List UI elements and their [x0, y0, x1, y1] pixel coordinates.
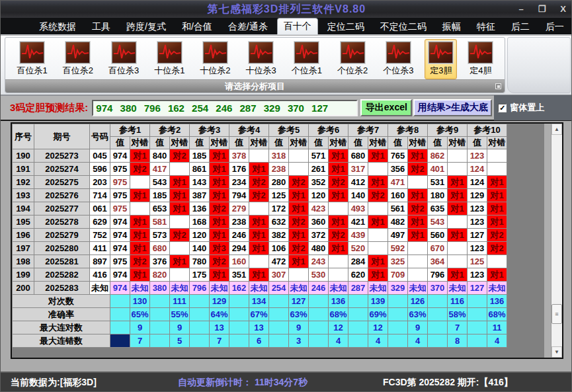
summary-value-cell[interactable]: 116 — [448, 295, 468, 308]
cell-ref-value[interactable]: 531 — [428, 176, 448, 189]
cell-ref-result[interactable] — [368, 229, 388, 242]
cell-ref-value[interactable]: 974 — [110, 282, 130, 295]
summary-empty-cell[interactable] — [269, 308, 289, 321]
cell-ref-result[interactable]: 对1 — [368, 149, 388, 163]
cell-ref-value[interactable]: 136 — [190, 202, 210, 216]
cell-ref-result[interactable]: 未知 — [408, 282, 428, 295]
cell-ref-result[interactable] — [368, 163, 388, 176]
cell-ref-value[interactable]: 975 — [110, 189, 130, 202]
cell-ref-result[interactable]: 对1 — [448, 229, 468, 242]
summary-value-cell[interactable]: 9 — [170, 321, 190, 334]
cell-ref-result[interactable]: 对2 — [170, 149, 190, 163]
cell-ref-value[interactable]: 364 — [428, 255, 448, 268]
cell-ref-result[interactable]: 对1 — [210, 149, 229, 163]
summary-value-cell[interactable]: 7 — [210, 334, 229, 348]
cell-ref-value[interactable]: 680 — [150, 242, 170, 255]
cell-ref-value[interactable]: 317 — [348, 163, 368, 176]
cell-ref-value[interactable]: 472 — [269, 255, 289, 268]
summary-value-cell[interactable]: 4 — [329, 334, 348, 348]
cell-ref-result[interactable] — [170, 216, 190, 229]
cell-ref-value[interactable]: 123 — [468, 216, 487, 229]
cell-ref-value[interactable]: 307 — [269, 268, 289, 282]
summary-empty-cell[interactable] — [388, 295, 408, 308]
cell-ref-result[interactable]: 对1 — [368, 216, 388, 229]
cell-ref-result[interactable]: 对1 — [329, 242, 348, 255]
cell-ref-result[interactable] — [408, 242, 428, 255]
summary-value-cell[interactable]: 12 — [368, 321, 388, 334]
cell-ref-result[interactable] — [289, 149, 309, 163]
cell-ref-result[interactable]: 对1 — [249, 268, 269, 282]
summary-value-cell[interactable]: 4 — [408, 334, 428, 348]
cell-ref-result[interactable]: 对1 — [487, 268, 507, 282]
summary-value-cell[interactable]: 136 — [329, 295, 348, 308]
cell-ref-result[interactable] — [289, 268, 309, 282]
cell-ref-value[interactable]: 352 — [309, 176, 329, 189]
cell-ref-result[interactable]: 对1 — [408, 229, 428, 242]
cell-ref-result[interactable] — [130, 202, 150, 216]
cell-ref-result[interactable]: 对2 — [408, 202, 428, 216]
cell-ref-value[interactable]: 975 — [110, 163, 130, 176]
cell-ref-value[interactable]: 123 — [468, 242, 487, 255]
summary-value-cell[interactable]: 9 — [289, 321, 309, 334]
toolbar-item-9[interactable]: 个位杀3 — [379, 39, 417, 79]
cell-ref-result[interactable]: 对1 — [487, 189, 507, 202]
cell-ref-result[interactable]: 对1 — [329, 216, 348, 229]
cell-ref-result[interactable]: 对1 — [130, 268, 150, 282]
cell-ref-result[interactable]: 未知 — [249, 282, 269, 295]
cell-ref-result[interactable] — [130, 176, 150, 189]
cell-ref-value[interactable]: 581 — [150, 216, 170, 229]
summary-value-cell[interactable]: 7 — [448, 321, 468, 334]
summary-value-cell[interactable]: 5 — [170, 334, 190, 348]
close-icon[interactable]: X — [560, 1, 566, 18]
cell-ref-result[interactable]: 对1 — [210, 189, 229, 202]
cell-ref-value[interactable]: 318 — [269, 149, 289, 163]
cell-ref-value[interactable]: 861 — [190, 163, 210, 176]
cell-ref-result[interactable] — [368, 202, 388, 216]
cell-ref-value[interactable]: 412 — [348, 176, 368, 189]
cell-ref-value[interactable]: 294 — [229, 242, 249, 255]
summary-empty-cell[interactable] — [468, 295, 487, 308]
cell-ref-result[interactable]: 对2 — [210, 202, 229, 216]
cell-ref-value[interactable]: 862 — [428, 149, 448, 163]
cell-ref-value[interactable]: 974 — [110, 268, 130, 282]
summary-value-cell[interactable]: 64% — [210, 308, 229, 321]
cell-ref-result[interactable]: 对1 — [487, 216, 507, 229]
summary-value-cell[interactable]: 63% — [289, 308, 309, 321]
cell-ref-result[interactable] — [408, 255, 428, 268]
cell-ref-result[interactable] — [408, 176, 428, 189]
cell-ref-value[interactable]: 160 — [229, 255, 249, 268]
cell-ref-value[interactable]: 709 — [388, 268, 408, 282]
cell-ref-result[interactable]: 对1 — [249, 163, 269, 176]
cell-ref-result[interactable]: 对1 — [368, 176, 388, 189]
cell-ref-value[interactable]: 680 — [348, 149, 368, 163]
cell-ref-result[interactable]: 对1 — [408, 189, 428, 202]
cell-ref-value[interactable]: 632 — [269, 216, 289, 229]
cell-ref-value[interactable]: 172 — [269, 202, 289, 216]
cell-ref-value[interactable]: 120 — [309, 189, 329, 202]
cell-ref-result[interactable]: 对1 — [170, 255, 190, 268]
cell-ref-value[interactable]: 185 — [150, 189, 170, 202]
cell-ref-value[interactable]: 123 — [468, 149, 487, 163]
cell-ref-result[interactable]: 对1 — [368, 255, 388, 268]
cell-ref-value[interactable]: 780 — [190, 255, 210, 268]
cell-ref-result[interactable]: 未知 — [210, 282, 229, 295]
toolbar-item-3[interactable]: 百位杀3 — [104, 39, 143, 79]
cell-ref-result[interactable]: 对2 — [210, 255, 229, 268]
cell-ref-result[interactable]: 对2 — [368, 189, 388, 202]
cell-ref-result[interactable]: 对1 — [130, 149, 150, 163]
cell-ref-value[interactable]: 571 — [309, 149, 329, 163]
generate-pool-button[interactable]: 用结果>生成大底 — [413, 99, 492, 116]
menu-item-12[interactable]: 后一 — [539, 19, 571, 34]
toolbar-item-4[interactable]: 十位杀1 — [150, 39, 188, 79]
summary-value-cell[interactable]: 139 — [368, 295, 388, 308]
dialog-launcher-icon[interactable] — [495, 83, 501, 89]
cell-ref-value[interactable]: 378 — [229, 149, 249, 163]
scroll-down-icon[interactable]: ▼ — [552, 346, 562, 358]
toolbar-item-10[interactable]: 定3胆 — [425, 39, 457, 79]
cell-ref-value[interactable]: 185 — [190, 149, 210, 163]
cell-ref-value[interactable]: 360 — [309, 216, 329, 229]
summary-value-cell[interactable]: 136 — [487, 295, 507, 308]
cell-ref-value[interactable]: 653 — [150, 202, 170, 216]
cell-ref-value[interactable]: 493 — [348, 202, 368, 216]
cell-ref-result[interactable]: 未知 — [448, 282, 468, 295]
